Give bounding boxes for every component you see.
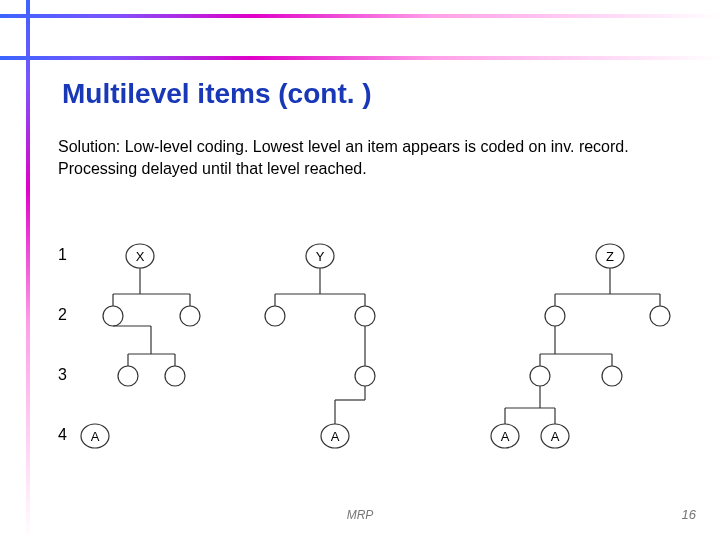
node-a-4-label: A [551,429,560,444]
node-z-label: Z [606,249,614,264]
node-blank [530,366,550,386]
node-x-label: X [136,249,145,264]
node-blank [180,306,200,326]
node-blank [602,366,622,386]
footer-label: MRP [0,508,720,522]
node-blank [103,306,123,326]
node-blank [650,306,670,326]
bom-diagram: X A Y [0,0,720,540]
node-blank [545,306,565,326]
node-a-2-label: A [331,429,340,444]
node-blank [165,366,185,386]
node-blank [118,366,138,386]
node-blank [355,366,375,386]
page-number: 16 [682,507,696,522]
node-a-1-label: A [91,429,100,444]
node-blank [265,306,285,326]
node-y-label: Y [316,249,325,264]
node-a-3-label: A [501,429,510,444]
node-blank [355,306,375,326]
slide: Multilevel items (cont. ) Solution: Low-… [0,0,720,540]
